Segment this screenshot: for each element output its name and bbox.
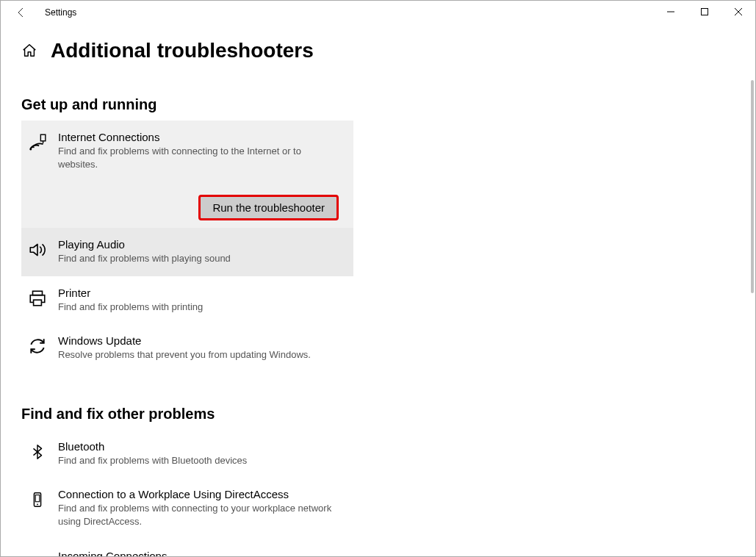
section-title: Get up and running (21, 96, 755, 113)
troubleshooter-windows-update[interactable]: Windows Update Resolve problems that pre… (21, 324, 353, 372)
section-get-up-and-running: Get up and running Internet Connections (21, 96, 755, 372)
troubleshooter-printer[interactable]: Printer Find and fix problems with print… (21, 276, 353, 324)
item-name: Bluetooth (58, 440, 343, 453)
close-button[interactable] (721, 1, 755, 23)
item-name: Connection to a Workplace Using DirectAc… (58, 488, 343, 500)
content-area: Additional troubleshooters Get up and ru… (1, 24, 755, 556)
section-find-and-fix: Find and fix other problems Bluetooth Fi… (21, 406, 755, 556)
update-icon (27, 336, 48, 356)
svg-rect-9 (34, 300, 42, 306)
device-icon (27, 489, 48, 510)
svg-point-4 (29, 148, 32, 151)
signal-icon (27, 551, 48, 557)
window-title: Settings (45, 7, 76, 18)
bluetooth-icon (27, 442, 48, 462)
network-icon (27, 132, 48, 153)
svg-rect-11 (35, 495, 40, 502)
audio-icon (27, 240, 48, 260)
window-controls (654, 1, 755, 23)
item-name: Printer (58, 287, 343, 299)
home-icon[interactable] (21, 43, 37, 59)
troubleshooter-internet-connections[interactable]: Internet Connections Find and fix proble… (21, 121, 353, 228)
back-button[interactable] (11, 7, 32, 18)
item-name: Internet Connections (58, 131, 343, 143)
item-name: Incoming Connections (58, 550, 343, 557)
page-header: Additional troubleshooters (21, 39, 755, 62)
section-title: Find and fix other problems (21, 406, 755, 423)
svg-rect-1 (702, 9, 708, 15)
item-desc: Find and fix problems with playing sound (58, 252, 343, 265)
item-name: Playing Audio (58, 238, 343, 251)
troubleshooter-playing-audio[interactable]: Playing Audio Find and fix problems with… (21, 228, 353, 276)
item-desc: Find and fix problems with connecting to… (58, 502, 343, 528)
troubleshooter-incoming-connections[interactable]: Incoming Connections Find and fix proble… (21, 539, 353, 557)
svg-rect-5 (40, 134, 46, 141)
item-desc: Resolve problems that prevent you from u… (58, 348, 343, 362)
item-desc: Find and fix problems with connecting to… (58, 145, 343, 171)
maximize-button[interactable] (688, 1, 721, 23)
scrollbar[interactable] (751, 80, 754, 293)
troubleshooter-directaccess[interactable]: Connection to a Workplace Using DirectAc… (21, 478, 353, 539)
minimize-button[interactable] (654, 1, 688, 23)
troubleshooter-bluetooth[interactable]: Bluetooth Find and fix problems with Blu… (21, 430, 353, 478)
page-title: Additional troubleshooters (51, 39, 314, 62)
titlebar: Settings (1, 1, 755, 24)
printer-icon (27, 288, 48, 309)
item-desc: Find and fix problems with printing (58, 301, 343, 314)
svg-rect-7 (33, 291, 43, 295)
item-desc: Find and fix problems with Bluetooth dev… (58, 454, 343, 467)
svg-point-12 (37, 504, 38, 506)
item-name: Windows Update (58, 334, 343, 347)
run-troubleshooter-button[interactable]: Run the troubleshooter (198, 195, 339, 220)
